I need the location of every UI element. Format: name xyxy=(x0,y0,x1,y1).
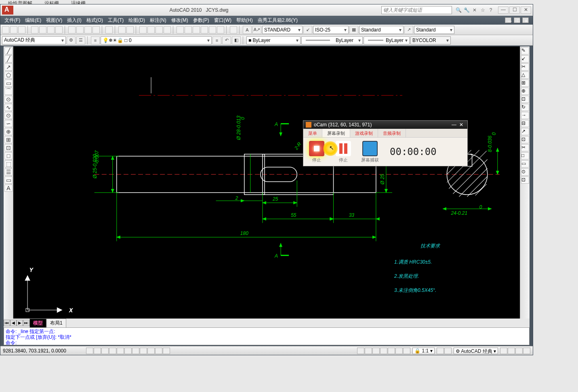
key-icon[interactable]: 🔧 xyxy=(463,7,470,13)
exchange-icon[interactable]: ✕ xyxy=(471,7,478,13)
tab-model[interactable]: 模型 xyxy=(29,319,46,328)
layer-iso-icon[interactable]: ◧ xyxy=(232,36,241,44)
workspace-switch[interactable]: ⚙ AutoCAD 经典 ▾ xyxy=(454,348,498,354)
linetype-combo[interactable]: ByLayer xyxy=(301,36,363,44)
tab-layout1[interactable]: 布局1 xyxy=(46,319,66,328)
modify-tool-16[interactable]: ⊡ xyxy=(521,176,529,184)
designcenter-icon[interactable] xyxy=(185,26,192,34)
modify-tool-13[interactable]: □ xyxy=(521,152,529,159)
modify-tool-14[interactable]: ▭ xyxy=(521,160,529,168)
workspace-combo[interactable]: AutoCAD 经典 xyxy=(2,36,66,44)
hardware-accel-btn[interactable] xyxy=(508,348,515,354)
lineweight-combo[interactable]: ByLayer xyxy=(364,36,410,44)
ocam-minimize-button[interactable]: — xyxy=(450,122,458,128)
modify-tool-2[interactable]: ✂ xyxy=(521,63,529,71)
plotstyle-combo[interactable]: BYCOLOR xyxy=(410,36,451,44)
text-style-icon[interactable]: A xyxy=(243,26,252,34)
isolate-objs-btn[interactable] xyxy=(515,348,523,354)
clean-screen-btn[interactable] xyxy=(523,348,530,354)
ortho-toggle[interactable] xyxy=(101,348,109,354)
modify-tool-7[interactable]: ↻ xyxy=(521,104,529,111)
draw-tool-9[interactable]: ∽ xyxy=(4,120,13,127)
zoom-rt-icon[interactable] xyxy=(147,26,155,34)
lwt-toggle[interactable] xyxy=(147,348,155,354)
redo-icon[interactable] xyxy=(126,26,134,34)
modelspace-btn[interactable] xyxy=(357,348,364,354)
dim-style-combo[interactable]: ISO-25 xyxy=(313,26,349,34)
ocam-stop-button[interactable]: 停止 xyxy=(305,140,328,164)
binoculars-icon[interactable]: 🔍 xyxy=(455,7,462,13)
tab-nav-last-icon[interactable]: ⏭ xyxy=(23,320,29,326)
text-style-btn-icon[interactable]: A↗ xyxy=(252,26,261,34)
preview-icon[interactable] xyxy=(39,26,46,34)
menu-modify[interactable]: 修改(M) xyxy=(169,16,191,25)
menu-window[interactable]: 窗口(W) xyxy=(212,16,234,25)
model-toggle[interactable] xyxy=(163,348,170,354)
tab-nav-next-icon[interactable]: ▶ xyxy=(17,320,23,326)
infocenter-search-input[interactable] xyxy=(381,6,452,14)
ocam-tab-screen-rec[interactable]: 屏幕录制 xyxy=(322,129,350,137)
modify-tool-5[interactable]: ⊕ xyxy=(521,88,529,95)
ocam-pause-button[interactable]: 停止 xyxy=(332,140,355,164)
plot-icon[interactable] xyxy=(55,26,63,34)
modify-tool-11[interactable]: ⊡ xyxy=(521,136,529,143)
menu-edit[interactable]: 编辑(E) xyxy=(23,16,44,25)
modify-tool-15[interactable]: ⊙ xyxy=(521,168,529,176)
ocam-tab-audio-rec[interactable]: 音频录制 xyxy=(378,129,406,137)
doc-close-button[interactable]: x xyxy=(522,17,529,23)
grid-toggle[interactable] xyxy=(94,348,101,354)
annotation-scale[interactable]: 🔒 1:1 ▾ xyxy=(412,348,434,354)
autocad-logo-icon[interactable] xyxy=(2,6,13,15)
menu-param[interactable]: 参数(P) xyxy=(191,16,212,25)
command-window[interactable]: 命令: _line 指定第一点: 指定下一点或 [放弃(U)]: *取消* 命令… xyxy=(4,327,530,345)
table-style-combo[interactable]: Standard xyxy=(359,26,404,34)
tab-nav-prev-icon[interactable]: ◀ xyxy=(10,320,17,326)
zoom-status-btn[interactable] xyxy=(388,348,395,354)
table-style-icon[interactable]: ▦ xyxy=(349,26,358,34)
color-combo[interactable]: ■ ByLayer xyxy=(246,36,301,44)
draw-tool-3[interactable]: ⬠ xyxy=(4,71,13,79)
annotation-visibility-btn[interactable] xyxy=(437,348,444,354)
polar-toggle[interactable] xyxy=(109,348,116,354)
ocam-titlebar[interactable]: oCam (312, 60, 1431, 971) — ✕ xyxy=(303,121,467,129)
draw-tool-4[interactable]: ▭ xyxy=(4,80,13,87)
showmotion-btn[interactable] xyxy=(403,348,410,354)
ducs-toggle[interactable] xyxy=(132,348,139,354)
draw-tool-15[interactable]: ☰ xyxy=(4,168,13,176)
otrack-toggle[interactable] xyxy=(124,348,132,354)
layer-state-icon[interactable]: ≡ xyxy=(212,36,221,44)
undo-icon[interactable] xyxy=(118,26,126,34)
help-icon[interactable]: ? xyxy=(488,7,494,13)
cut-icon[interactable] xyxy=(68,26,76,34)
draw-tool-12[interactable]: ⊡ xyxy=(4,144,13,151)
draw-tool-1[interactable]: ╱ xyxy=(4,55,13,63)
print-icon[interactable] xyxy=(31,26,38,34)
mleader-style-icon[interactable]: ↗ xyxy=(404,26,413,34)
draw-tool-16[interactable]: ▭ xyxy=(4,176,13,184)
qp-toggle[interactable] xyxy=(155,348,162,354)
dim-style-icon[interactable]: ↙ xyxy=(303,26,312,34)
modify-tool-10[interactable]: ↗ xyxy=(521,128,529,135)
quickcalc-icon[interactable] xyxy=(217,26,224,34)
properties-icon[interactable] xyxy=(177,26,184,34)
workspace-settings-icon[interactable]: ⚙ xyxy=(67,36,76,44)
draw-tool-8[interactable]: ⊙ xyxy=(4,112,13,119)
draw-tool-11[interactable]: ⊞ xyxy=(4,136,13,143)
menu-dimension[interactable]: 标注(N) xyxy=(147,16,169,25)
tab-nav-first-icon[interactable]: ⏮ xyxy=(4,320,10,326)
sheetset-icon[interactable] xyxy=(201,26,208,34)
draw-tool-14[interactable]: ⬚ xyxy=(4,160,13,168)
paste-icon[interactable] xyxy=(84,26,92,34)
open-icon[interactable] xyxy=(10,26,17,34)
modify-tool-9[interactable]: ⊟ xyxy=(521,120,529,127)
layer-combo[interactable]: 💡❄☀🔒 □ 0 xyxy=(101,36,212,44)
markup-icon[interactable] xyxy=(209,26,216,34)
draw-tool-10[interactable]: ⊕ xyxy=(4,128,13,135)
quickview-drawings-btn[interactable] xyxy=(372,348,380,354)
pan-status-btn[interactable] xyxy=(380,348,387,354)
text-style-combo[interactable]: STANDARD xyxy=(262,26,303,34)
menu-yanxiu[interactable]: 燕秀工具箱2.86(Y) xyxy=(255,16,300,25)
modify-tool-0[interactable]: ✎ xyxy=(521,47,529,55)
copy-icon[interactable] xyxy=(76,26,84,34)
maximize-button[interactable]: ☐ xyxy=(509,6,520,14)
